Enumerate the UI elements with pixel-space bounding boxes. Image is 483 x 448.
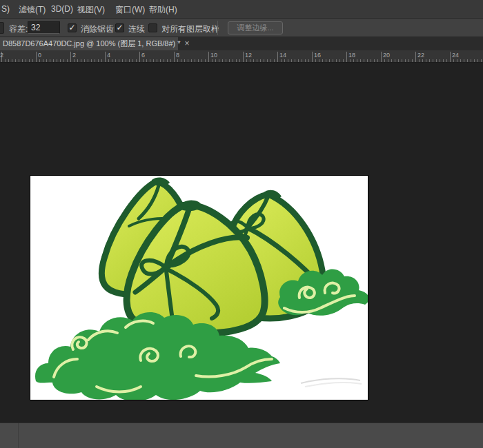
ruler-label: 18 bbox=[348, 52, 355, 59]
ruler-label: 22 bbox=[417, 52, 424, 59]
tab-strip: D8587D676A470DC.jpg @ 100% (图层 1, RGB/8#… bbox=[0, 37, 483, 50]
ruler-label: 6 bbox=[141, 52, 145, 59]
ruler-major-tick bbox=[139, 52, 140, 62]
ruler-major-tick bbox=[208, 52, 209, 62]
status-bar bbox=[0, 422, 483, 448]
ruler-major-tick bbox=[381, 52, 382, 62]
ruler-label: 14 bbox=[279, 52, 286, 59]
document-image[interactable] bbox=[30, 176, 368, 400]
ruler-label: 24 bbox=[452, 52, 459, 59]
ruler-label: 4 bbox=[107, 52, 110, 59]
ruler-label: 12 bbox=[245, 52, 252, 59]
ruler-major-tick bbox=[174, 52, 175, 62]
tool-preset-fragment[interactable] bbox=[0, 22, 4, 34]
refine-edge-button[interactable]: 调整边缘... bbox=[228, 21, 283, 34]
zongzi-illustration bbox=[30, 176, 368, 400]
ruler-major-tick bbox=[312, 52, 313, 62]
status-bar-divider bbox=[18, 423, 19, 448]
ruler-label: 16 bbox=[314, 52, 321, 59]
options-separator bbox=[217, 21, 218, 35]
ruler-label: 20 bbox=[383, 52, 390, 59]
ruler-major-tick bbox=[36, 52, 37, 62]
ruler-major-tick bbox=[346, 52, 347, 62]
menu-item-select-partial[interactable]: S) bbox=[1, 4, 10, 14]
ruler-label: 2 bbox=[72, 52, 76, 59]
anti-alias-checkbox[interactable]: ✓ bbox=[68, 23, 77, 32]
document-tab[interactable]: D8587D676A470DC.jpg @ 100% (图层 1, RGB/8#… bbox=[0, 37, 178, 50]
ruler-major-tick bbox=[243, 52, 244, 62]
ruler-label: 0 bbox=[38, 52, 41, 59]
ruler-label: 8 bbox=[176, 52, 179, 59]
ruler-major-tick bbox=[415, 52, 416, 62]
tolerance-label: 容差: bbox=[9, 23, 28, 35]
tolerance-input[interactable] bbox=[28, 21, 60, 34]
menu-item-view[interactable]: 视图(V) bbox=[77, 4, 105, 16]
canvas-area[interactable] bbox=[0, 63, 483, 422]
close-tab-icon[interactable]: × bbox=[185, 37, 190, 50]
document-tab-title: D8587D676A470DC.jpg @ 100% (图层 1, RGB/8#… bbox=[3, 39, 181, 48]
menu-item-help[interactable]: 帮助(H) bbox=[149, 4, 177, 16]
photoshop-window: S) 滤镜(T) 3D(D) 视图(V) 窗口(W) 帮助(H) 容差: ✓ 消… bbox=[0, 0, 483, 448]
contiguous-label: 连续 bbox=[128, 23, 145, 35]
options-bar: 容差: ✓ 消除锯齿 ✓ 连续 ✓ 对所有图层取样 调整边缘... bbox=[0, 19, 483, 37]
menu-item-3d[interactable]: 3D(D) bbox=[51, 4, 73, 14]
menu-bar: S) 滤镜(T) 3D(D) 视图(V) 窗口(W) 帮助(H) bbox=[0, 0, 483, 19]
menu-item-filter[interactable]: 滤镜(T) bbox=[19, 4, 46, 16]
pencil-squiggle bbox=[301, 378, 362, 387]
ruler[interactable]: 2024681012141618202224 bbox=[0, 50, 483, 63]
contiguous-checkbox[interactable]: ✓ bbox=[115, 23, 124, 32]
ruler-major-tick bbox=[450, 52, 451, 62]
ruler-major-tick bbox=[70, 52, 71, 62]
ruler-label: 10 bbox=[210, 52, 217, 59]
sample-all-layers-checkbox[interactable]: ✓ bbox=[148, 23, 157, 32]
ruler-label: 2 bbox=[0, 52, 3, 59]
ruler-major-tick bbox=[105, 52, 106, 62]
ruler-minor-ticks bbox=[1, 59, 483, 62]
sample-all-layers-label: 对所有图层取样 bbox=[161, 23, 219, 35]
menu-item-window[interactable]: 窗口(W) bbox=[115, 4, 145, 16]
anti-alias-label: 消除锯齿 bbox=[81, 23, 114, 35]
ruler-major-tick bbox=[277, 52, 278, 62]
